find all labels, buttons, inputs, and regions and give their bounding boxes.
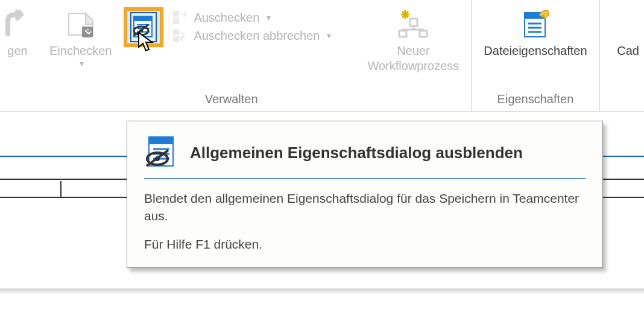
truncated-button-right[interactable]: Cad — [608, 6, 644, 60]
hide-properties-icon — [131, 15, 156, 39]
checkin-button-label: Einchecken — [49, 43, 112, 59]
chevron-down-icon: ▾ — [267, 13, 271, 22]
group-properties-label: Eigenschaften — [480, 89, 590, 111]
svg-rect-26 — [149, 137, 173, 144]
truncated-button-left[interactable]: gen — [0, 6, 37, 60]
checkin-button[interactable]: Einchecken ▾ — [46, 6, 115, 69]
checkout-button-label: Auschecken — [194, 11, 259, 25]
svg-rect-15 — [420, 31, 427, 37]
file-properties-icon — [520, 8, 551, 39]
ribbon-group-manage: gen Einchecken ▾ — [0, 0, 471, 111]
svg-rect-13 — [410, 19, 417, 26]
chevron-down-icon: ▾ — [80, 59, 84, 68]
new-workflow-button-label: Neuer Workflowprozess — [367, 43, 459, 74]
hide-properties-dialog-button[interactable] — [124, 7, 163, 47]
svg-rect-2 — [134, 16, 152, 21]
file-properties-button[interactable]: Dateieigenschaften — [480, 6, 590, 60]
svg-rect-9 — [173, 11, 179, 17]
truncated-button-left-label: gen — [7, 43, 27, 59]
cancel-checkout-button[interactable]: Auschecken abbrechen ▾ — [172, 28, 331, 43]
chevron-down-icon: ▾ — [327, 31, 331, 40]
tooltip: Allgemeinen Eigenschaftsdialog ausblende… — [127, 121, 603, 268]
checkout-icon — [172, 10, 189, 25]
truncated-button-right-label: Cad — [617, 43, 639, 59]
tooltip-divider — [144, 178, 586, 179]
workflow-icon — [397, 8, 429, 39]
checkout-stack: Auschecken ▾ Auschecken abbrechen ▾ — [172, 6, 331, 43]
file-properties-button-label: Dateieigenschaften — [484, 43, 587, 59]
svg-rect-12 — [173, 36, 179, 42]
svg-rect-11 — [173, 29, 179, 35]
tooltip-body: Blendet den allgemeinen Eigenschaftsdial… — [144, 189, 586, 225]
hide-properties-large-icon — [144, 136, 178, 170]
svg-rect-14 — [399, 31, 406, 37]
cancel-checkout-icon — [172, 28, 189, 43]
cancel-checkout-button-label: Auschecken abbrechen — [194, 29, 320, 43]
new-workflow-button[interactable]: Neuer Workflowprozess — [364, 6, 462, 75]
svg-rect-10 — [173, 18, 179, 24]
tooltip-hint: Für Hilfe F1 drücken. — [144, 237, 586, 252]
ribbon-group-properties: Dateieigenschaften Eigenschaften — [471, 0, 599, 111]
tooltip-title: Allgemeinen Eigenschaftsdialog ausblende… — [190, 144, 523, 162]
group-manage-label: Verwalten — [0, 89, 462, 111]
checkout-button[interactable]: Auschecken ▾ — [172, 10, 331, 25]
truncated-group-right: Cad — [599, 0, 644, 111]
checkin-icon — [65, 8, 96, 39]
ribbon: gen Einchecken ▾ — [0, 0, 644, 112]
arrow-up-icon — [3, 10, 32, 37]
